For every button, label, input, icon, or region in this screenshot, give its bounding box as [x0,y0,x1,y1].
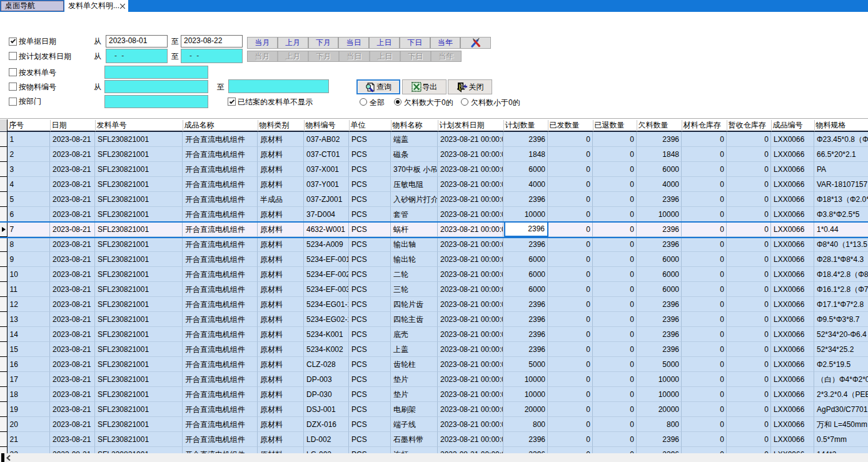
table-cell[interactable]: SFL230821001 [95,222,183,237]
table-cell[interactable]: 0 [593,147,637,162]
table-cell[interactable]: 2396 [637,192,682,207]
row-header-17[interactable] [0,372,8,387]
table-cell[interactable]: 2396 [637,237,682,252]
table-cell[interactable]: 2023-08-21 [50,312,95,327]
table-cell[interactable]: 0 [682,297,727,312]
table-cell[interactable]: 2023-08-21 00:00:00 [438,357,503,372]
table-cell[interactable]: 1848 [637,147,682,162]
row-header-15[interactable] [0,342,8,357]
table-cell[interactable]: 6000 [637,252,682,267]
table-cell[interactable]: LXX0066 [771,312,814,327]
table-cell[interactable]: 0 [593,252,637,267]
table-cell[interactable]: 0 [593,327,637,342]
table-cell[interactable]: 10000 [503,387,548,402]
table-cell[interactable]: 0 [682,417,727,432]
table-cell[interactable]: 2023-08-21 00:00:00 [438,402,503,417]
radio-shortage-gt0[interactable] [394,98,401,106]
table-cell[interactable]: 0 [548,252,593,267]
table-cell[interactable]: 0 [593,282,637,297]
table-cell[interactable]: 输出轴 [391,237,438,252]
table-cell[interactable]: 3 [8,162,51,177]
scrollbar-grip[interactable] [1,453,4,462]
table-cell[interactable]: 0 [727,402,771,417]
scroll-left-icon[interactable] [6,455,11,461]
table-cell[interactable]: 0 [727,267,771,282]
table-cell[interactable]: 电刷架 [391,402,438,417]
table-cell[interactable]: 0 [682,282,727,297]
clear-date-button[interactable] [461,38,490,48]
column-header-4[interactable]: 成品名称 [183,119,258,131]
table-cell[interactable]: 原材料 [258,177,304,192]
department-input[interactable] [104,95,208,108]
table-cell[interactable]: PCS [349,417,391,432]
table-cell[interactable]: SFL230821001 [95,402,183,417]
table-cell[interactable]: 5000 [503,357,548,372]
table-cell[interactable]: 7 [8,222,51,237]
table-cell[interactable]: VAR-18107157 [814,177,868,192]
table-cell[interactable]: 2023-08-21 [50,282,95,297]
table-cell[interactable]: 0 [727,252,771,267]
table-cell[interactable]: 磁条 [391,147,438,162]
table-cell[interactable]: 2023-08-21 [50,207,95,222]
table-cell[interactable]: 2023-08-21 [50,162,95,177]
table-cell[interactable]: 2023-08-21 [50,327,95,342]
row-header-9[interactable] [0,252,8,267]
table-cell[interactable]: 0 [727,132,771,147]
table-cell[interactable]: PCS [349,162,391,177]
table-cell[interactable]: 5234-EG01-1 [304,297,349,312]
table-cell[interactable]: 0 [593,372,637,387]
table-cell[interactable]: SFL230821001 [95,327,183,342]
table-cell[interactable]: 2023-08-21 [50,402,95,417]
column-header-2[interactable]: 日期 [51,119,96,131]
table-cell[interactable]: 原材料 [258,372,304,387]
table-cell[interactable]: 0 [727,342,771,357]
table-cell[interactable]: 2023-08-21 00:00:00 [438,417,503,432]
plan-date-from-input[interactable]: - - [106,49,168,63]
table-cell[interactable]: 2023-08-21 [50,387,95,402]
table-cell[interactable]: 开合直流电机组件 [183,147,258,162]
table-cell[interactable]: 0 [548,372,593,387]
table-cell[interactable]: 6000 [637,282,682,297]
table-cell[interactable]: SFL230821001 [95,177,183,192]
table-cell[interactable]: SFL230821001 [95,297,183,312]
row-header-13[interactable] [0,312,8,327]
table-cell[interactable]: 0 [548,432,593,447]
table-cell[interactable]: 0 [727,372,771,387]
table-cell[interactable]: 万和 L=450mm [814,417,868,432]
table-cell[interactable]: PCS [349,252,391,267]
table-cell[interactable]: 2023-08-21 00:00:00 [438,192,503,207]
table-cell[interactable]: 原材料 [258,327,304,342]
table-cell[interactable]: 开合直流电机组件 [183,387,258,402]
table-cell[interactable]: 0 [727,177,771,192]
table-cell[interactable]: 5234-EG02-1 [304,312,349,327]
close-button[interactable]: 关闭 [448,79,492,94]
table-cell[interactable]: DP-003 [304,372,349,387]
table-cell[interactable]: 2396 [503,297,548,312]
table-cell[interactable]: SFL230821001 [95,282,183,297]
range-button-6[interactable]: 下日 [400,38,431,48]
doc-date-to-input[interactable]: 2023-08-22 [181,35,243,48]
range-button-7[interactable]: 当年 [431,38,462,48]
table-cell[interactable]: 2023-08-21 00:00:00 [438,432,503,447]
table-cell[interactable]: LXX0066 [771,177,814,192]
table-cell[interactable]: 0 [682,327,727,342]
table-cell[interactable]: 原材料 [258,207,304,222]
table-cell[interactable]: 原材料 [258,312,304,327]
table-cell[interactable]: 垫片 [391,372,438,387]
table-cell[interactable]: 0 [548,297,593,312]
checkbox-issue-no[interactable] [9,68,17,76]
table-cell[interactable]: 四轮片齿 [391,297,438,312]
radio-shortage-lt0[interactable] [461,98,468,106]
table-cell[interactable]: 原材料 [258,282,304,297]
row-header-20[interactable] [0,417,8,432]
row-header-11[interactable] [0,282,8,297]
table-cell[interactable]: 0 [727,222,771,237]
table-cell[interactable]: 20000 [637,402,682,417]
table-cell[interactable]: Φ18.4*2.8（Φ8） [814,267,868,282]
column-header-11[interactable]: 已发数量 [548,119,593,131]
table-cell[interactable]: LXX0066 [771,372,814,387]
table-cell[interactable]: 0 [548,417,593,432]
range-button-5[interactable]: 上日 [370,38,400,48]
column-header-6[interactable]: 物料编号 [305,119,350,131]
table-cell[interactable]: 2023-08-21 [50,297,95,312]
